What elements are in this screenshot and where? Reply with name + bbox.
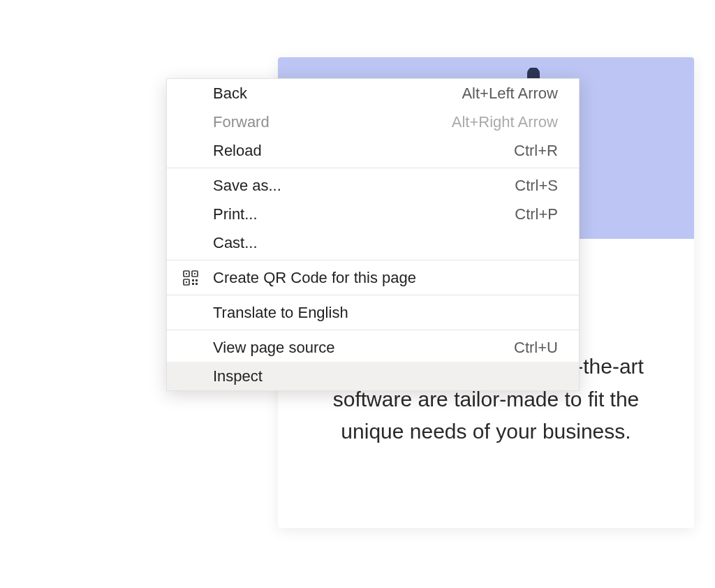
svg-rect-8 [192,283,194,285]
menu-item-forward: Forward Alt+Right Arrow [167,108,579,136]
menu-divider [167,260,579,260]
menu-item-reload[interactable]: Reload Ctrl+R [167,136,579,165]
menu-shortcut: Ctrl+U [514,339,558,357]
menu-item-translate[interactable]: Translate to English [167,298,579,327]
svg-rect-5 [186,281,187,283]
svg-rect-4 [194,273,196,274]
menu-shortcut: Alt+Right Arrow [452,113,558,131]
menu-item-inspect[interactable]: Inspect [167,362,579,390]
menu-label: Create QR Code for this page [213,269,558,287]
menu-shortcut: Ctrl+S [515,177,558,195]
svg-rect-3 [186,273,187,274]
svg-rect-9 [196,283,198,285]
menu-divider [167,295,579,295]
menu-label: Translate to English [213,304,558,322]
menu-shortcut: Ctrl+R [514,142,558,160]
menu-label: Cast... [213,234,558,252]
menu-label: View page source [213,339,514,357]
menu-label: Save as... [213,177,515,195]
menu-label: Back [213,84,462,103]
menu-item-back[interactable]: Back Alt+Left Arrow [167,79,579,108]
menu-divider [167,330,579,330]
svg-rect-7 [196,279,198,281]
menu-label: Reload [213,142,514,160]
menu-shortcut: Ctrl+P [515,205,558,223]
menu-label: Print... [213,205,515,223]
menu-label: Forward [213,113,452,131]
menu-item-cast[interactable]: Cast... [167,228,579,257]
menu-label: Inspect [213,367,558,385]
menu-shortcut: Alt+Left Arrow [462,84,558,103]
menu-divider [167,168,579,168]
qr-code-icon [182,270,199,286]
svg-rect-6 [192,279,194,281]
menu-item-print[interactable]: Print... Ctrl+P [167,200,579,228]
context-menu: Back Alt+Left Arrow Forward Alt+Right Ar… [166,78,580,391]
card-body-rest: software are tailor-made to fit the uniq… [333,388,640,443]
menu-item-view-source[interactable]: View page source Ctrl+U [167,333,579,362]
menu-item-save-as[interactable]: Save as... Ctrl+S [167,171,579,200]
menu-item-create-qr[interactable]: Create QR Code for this page [167,263,579,292]
